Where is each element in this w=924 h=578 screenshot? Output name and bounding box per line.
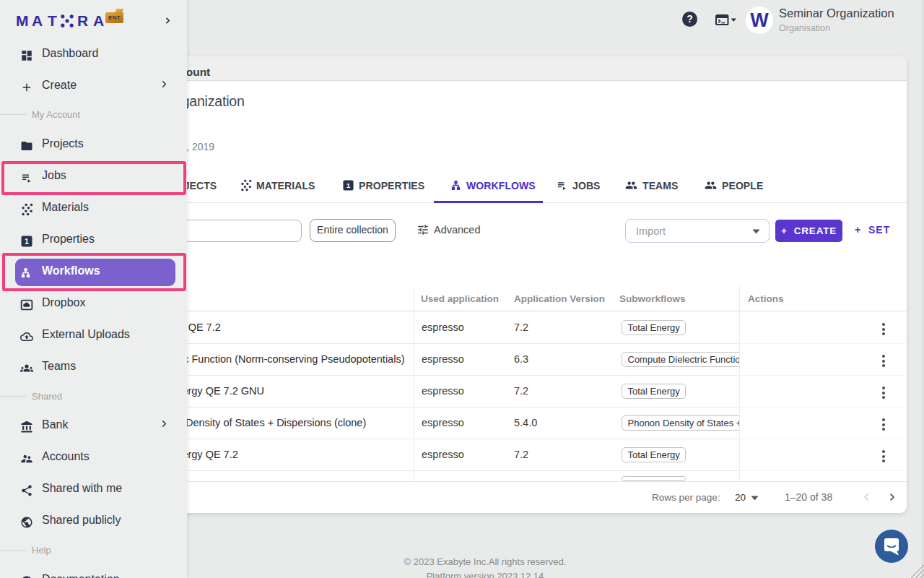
svg-text:1: 1 [25, 237, 29, 246]
svg-text:1: 1 [346, 181, 351, 189]
